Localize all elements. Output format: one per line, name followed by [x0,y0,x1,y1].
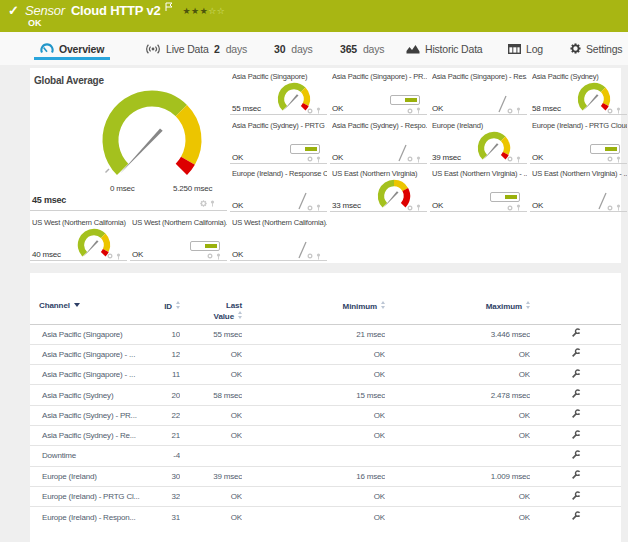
gauge-tile: US West (Northern California)...OK [130,214,227,261]
channel-row[interactable]: Europe (Ireland) - PRTG Cl...32OKOKOK [30,486,621,506]
pin-icon[interactable] [116,253,121,260]
column-header-minimum[interactable]: Minimum [242,297,385,324]
gear-icon[interactable] [607,205,613,211]
channel-value: OK [332,153,343,162]
cell-id: 12 [148,344,180,364]
pin-icon[interactable] [416,156,421,163]
gear-icon[interactable] [507,156,513,162]
gear-icon[interactable] [207,253,213,259]
gear-icon[interactable] [307,205,313,211]
column-header-id[interactable]: ID [148,297,180,324]
channel-row[interactable]: Downtime-4 [30,446,621,466]
channel-row[interactable]: Asia Pacific (Sydney)2058 msec15 msec2.4… [30,385,621,405]
cell-maximum: OK [385,507,530,527]
tile-separator [430,163,527,164]
star-icon[interactable]: ☆ [217,6,226,16]
pin-icon[interactable] [316,204,321,211]
channel-row[interactable]: Asia Pacific (Sydney) - PR...22OKOKOK [30,405,621,425]
channel-row[interactable]: Asia Pacific (Singapore)1055 msec21 msec… [30,324,621,344]
channel-settings-wrench-icon[interactable] [530,385,621,405]
cell-last-value: 55 msec [180,324,242,344]
channel-settings-wrench-icon[interactable] [530,425,621,445]
tile-separator [330,211,427,212]
tab-settings[interactable]: Settings [564,32,628,65]
priority-stars[interactable]: ★★★☆☆ [183,6,226,16]
tab-live-data[interactable]: Live Data [139,32,215,65]
pin-icon[interactable] [316,156,321,163]
pin-icon[interactable] [616,204,621,211]
column-header-last-value[interactable]: LastValue [180,297,242,324]
star-icon[interactable]: ★ [191,6,200,16]
channel-title: Asia Pacific (Singapore) - PR... [332,72,427,81]
cell-last-value: OK [180,507,242,527]
pin-icon[interactable] [416,204,421,211]
star-icon[interactable]: ★ [183,6,192,16]
channel-lookup-bar [590,144,620,154]
gear-icon[interactable] [607,156,613,162]
pin-icon[interactable] [210,200,215,207]
channel-row[interactable]: Asia Pacific (Sydney) - Re...21OKOKOK [30,425,621,445]
flag-icon[interactable] [165,0,173,16]
cell-id: 11 [148,365,180,385]
tile-separator [430,114,527,115]
channel-row[interactable]: Asia Pacific (Singapore) - ...11OKOKOK [30,365,621,385]
tile-separator [230,114,327,115]
channel-settings-wrench-icon[interactable] [530,405,621,425]
cell-channel: Asia Pacific (Sydney) - Re... [30,425,148,445]
column-header-maximum[interactable]: Maximum [385,297,530,324]
pin-icon[interactable] [416,107,421,114]
channel-table: ChannelIDLastValueMinimumMaximumAsia Pac… [30,297,621,527]
channel-settings-wrench-icon[interactable] [530,365,621,385]
star-icon[interactable]: ★ [200,6,209,16]
tile-separator [230,211,327,212]
channel-title: Europe (Ireland) - Response C... [232,169,327,178]
gear-icon[interactable] [307,156,313,162]
gear-icon[interactable] [607,108,613,114]
channel-settings-wrench-icon[interactable] [530,446,621,466]
gauges-panel: Global Average0 msec5.250 msec45 msecAsi… [30,68,621,263]
tab-overview[interactable]: Overview [34,32,110,65]
gauge-tile: US East (Northern Virginia) - ...OK [430,165,527,212]
channel-row[interactable]: Europe (Ireland) - Respon...31OKOKOK [30,507,621,527]
gear-icon[interactable] [407,156,413,162]
pin-icon[interactable] [316,253,321,260]
cell-minimum: OK [242,425,385,445]
gear-icon[interactable] [107,253,113,259]
channel-settings-wrench-icon[interactable] [530,466,621,486]
channel-title: Europe (Ireland) - PRTG Cloud... [532,121,627,130]
gear-icon[interactable] [307,253,313,259]
gear-icon[interactable] [307,108,313,114]
gear-icon[interactable] [200,200,207,207]
tab-30-days[interactable]: 30days [268,32,319,65]
channel-row[interactable]: Asia Pacific (Singapore) - ...12OKOKOK [30,344,621,364]
tab-365-days[interactable]: 365days [334,32,390,65]
channel-settings-wrench-icon[interactable] [530,344,621,364]
channel-row[interactable]: Europe (Ireland)3039 msec16 msec1.009 ms… [30,466,621,486]
channel-settings-wrench-icon[interactable] [530,486,621,506]
pin-icon[interactable] [616,156,621,163]
channel-settings-wrench-icon[interactable] [530,507,621,527]
star-icon[interactable]: ☆ [208,6,217,16]
cell-minimum: OK [242,486,385,506]
tab-2-days[interactable]: 2days [208,32,253,65]
gear-icon[interactable] [507,108,513,114]
cell-channel: Asia Pacific (Sydney) - PR... [30,405,148,425]
pin-icon[interactable] [516,204,521,211]
pin-icon[interactable] [516,156,521,163]
channel-title: US West (Northern California)... [232,218,327,227]
pin-icon[interactable] [616,107,621,114]
channel-lookup-bar [290,144,320,154]
tab-historic-data[interactable]: Historic Data [400,32,489,65]
column-header-channel[interactable]: Channel [30,297,148,324]
channel-settings-wrench-icon[interactable] [530,324,621,344]
tab-log[interactable]: Log [502,32,549,65]
cell-minimum: OK [242,507,385,527]
tile-separator [330,163,427,164]
gear-icon[interactable] [507,205,513,211]
pin-icon[interactable] [216,253,221,260]
gear-icon[interactable] [407,205,413,211]
channel-value: OK [532,201,543,210]
pin-icon[interactable] [516,107,521,114]
pin-icon[interactable] [316,107,321,114]
gear-icon[interactable] [407,108,413,114]
